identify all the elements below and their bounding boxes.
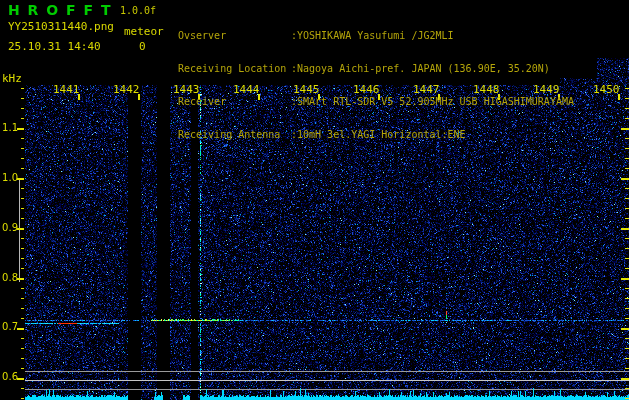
x-tick-label: 1447 <box>413 83 439 96</box>
y-tick-label: 0.7 <box>0 321 18 332</box>
y-tick-label: 1.1 <box>0 122 18 133</box>
y-tick-label: 1.0 <box>0 172 18 183</box>
app-version: 1.0.0f <box>120 5 156 16</box>
x-tick-label: 1444 <box>233 83 259 96</box>
info-row-antenna: Receiving Antenna:10mH 3el.YAGI Horizont… <box>178 129 574 140</box>
x-tick-label: 1449 <box>533 83 559 96</box>
y-tick-label: 0.8 <box>0 272 18 283</box>
x-tick-label: 1448 <box>473 83 499 96</box>
meteor-count: 0 <box>139 40 146 53</box>
x-tick-label: 1450 <box>593 83 619 96</box>
y-tick-label: 0.6 <box>0 371 18 382</box>
y-axis-unit-label: kHz <box>2 72 22 85</box>
x-tick-label: 1443 <box>173 83 199 96</box>
x-tick-label: 1445 <box>293 83 319 96</box>
hrofft-output-screen: H R O F F T 1.0.0f YY2510311440.png mete… <box>0 0 629 400</box>
info-row-location: Receiving Location:Nagoya Aichi-pref. JA… <box>178 63 574 74</box>
datetime-label: 25.10.31 14:40 <box>8 40 101 53</box>
info-row-observer: Ovserver:YOSHIKAWA Yasufumi /JG2MLI <box>178 30 574 41</box>
x-tick-label: 1441 <box>53 83 79 96</box>
mode-label: meteor <box>124 25 164 38</box>
app-title: H R O F F T <box>8 2 112 18</box>
x-tick-label: 1446 <box>353 83 379 96</box>
output-filename: YY2510311440.png <box>8 20 114 33</box>
info-row-receiver: Receiver:SMArt RTL-SDR V5 52.905MHz USB … <box>178 96 574 107</box>
y-tick-label: 0.9 <box>0 222 18 233</box>
x-tick-label: 1442 <box>113 83 139 96</box>
